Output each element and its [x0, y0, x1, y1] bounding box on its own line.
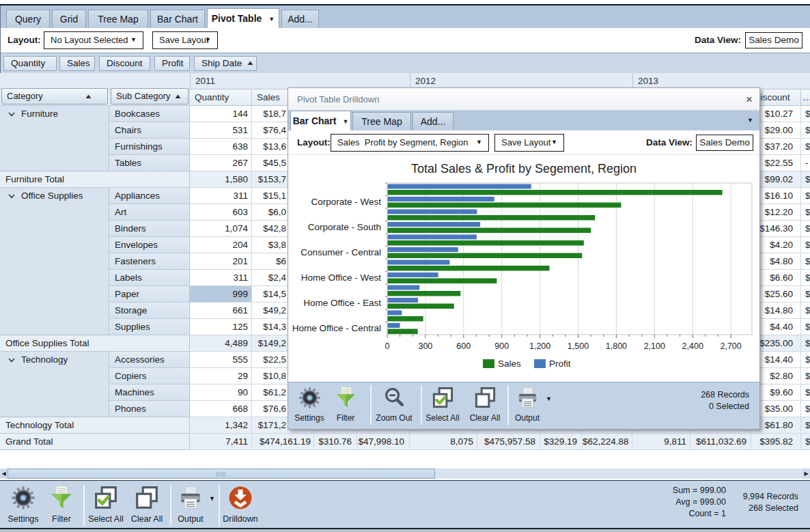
- bar-profit-7[interactable]: [388, 272, 438, 277]
- pivot-cell-bookcases-q1[interactable]: 144: [190, 106, 252, 122]
- sub-category-cell-tables[interactable]: Tables: [109, 155, 190, 171]
- pivot-cell-appliances-q1[interactable]: 311: [190, 188, 252, 204]
- pivot-cell-furnishings-p3[interactable]: $: [801, 139, 810, 155]
- bar-profit-6[interactable]: [388, 260, 450, 265]
- save-layout-select[interactable]: Save Layout▼: [152, 31, 218, 49]
- sub-category-cell-fasteners[interactable]: Fasteners: [109, 253, 190, 270]
- sub-category-cell-envelopes[interactable]: Envelopes: [109, 237, 190, 253]
- pivot-cell-labels-p3[interactable]: $: [801, 270, 810, 286]
- toolbar-button-drilldown[interactable]: Drilldown: [217, 486, 264, 524]
- pivot-cell-copiers-q1[interactable]: 29: [190, 368, 252, 384]
- pivot-cell-grand-total-p2[interactable]: $62,224.88: [583, 434, 632, 450]
- column-header-p3[interactable]: …: [801, 89, 810, 106]
- bar-sales-6[interactable]: [388, 266, 550, 271]
- category-cell-technology[interactable]: Technology: [0, 352, 109, 417]
- chevron-down-icon[interactable]: ▼: [209, 495, 215, 502]
- sub-category-cell-copiers[interactable]: Copiers: [109, 368, 190, 384]
- bar-sales-5[interactable]: [388, 253, 583, 259]
- sub-category-cell-appliances[interactable]: Appliances: [109, 188, 190, 204]
- pivot-cell-technology-total-p3[interactable]: $4: [801, 417, 810, 434]
- toolbar-button-filter[interactable]: Filter: [322, 387, 369, 423]
- pivot-cell-grand-total-s3[interactable]: $611,032.69: [690, 434, 751, 450]
- bar-profit-10[interactable]: [388, 311, 402, 316]
- toolbar-button-filter[interactable]: Filter: [38, 486, 85, 524]
- category-cell-office-supplies[interactable]: Office Supplies: [0, 188, 109, 335]
- pivot-cell-machines-q1[interactable]: 90: [190, 384, 252, 401]
- category-cell-furniture[interactable]: Furniture: [0, 106, 109, 171]
- pivot-cell-grand-total-q1[interactable]: 7,411: [190, 434, 252, 450]
- total-label-furniture-total[interactable]: Furniture Total: [0, 171, 190, 188]
- bar-sales-1[interactable]: [388, 203, 622, 208]
- bar-sales-11[interactable]: [388, 329, 418, 335]
- pivot-cell-technology-total-q1[interactable]: 1,342: [190, 417, 252, 434]
- bar-sales-2[interactable]: [388, 215, 596, 221]
- pivot-cell-envelopes-p3[interactable]: $: [801, 237, 810, 253]
- toolbar-button-clear-all[interactable]: Clear All: [462, 387, 508, 423]
- bar-sales-7[interactable]: [388, 279, 497, 284]
- pivot-cell-grand-total-d3[interactable]: $395.82: [751, 434, 801, 450]
- bar-sales-0[interactable]: [388, 190, 723, 195]
- pivot-cell-paper-p3[interactable]: $: [801, 286, 810, 303]
- sub-category-cell-binders[interactable]: Binders: [109, 221, 190, 237]
- pivot-cell-storage-p3[interactable]: $: [801, 303, 810, 319]
- pivot-cell-phones-q1[interactable]: 668: [190, 401, 252, 417]
- bar-profit-11[interactable]: [388, 323, 400, 328]
- pivot-cell-appliances-p3[interactable]: $: [801, 188, 810, 204]
- sub-category-cell-accessories[interactable]: Accessories: [109, 352, 190, 368]
- bar-profit-5[interactable]: [388, 247, 458, 252]
- pivot-cell-fasteners-q1[interactable]: 201: [190, 253, 252, 270]
- pivot-cell-binders-q1[interactable]: 1,074: [190, 221, 252, 237]
- toolbar-button-output[interactable]: Output: [167, 486, 214, 524]
- pivot-cell-furnishings-q1[interactable]: 638: [190, 139, 252, 155]
- toolbar-button-zoom-out[interactable]: Zoom Out: [371, 387, 417, 423]
- sub-category-header-button[interactable]: Sub Category: [111, 88, 188, 104]
- pivot-cell-furniture-total-q1[interactable]: 1,580: [190, 171, 252, 188]
- pivot-cell-accessories-p3[interactable]: $: [801, 352, 810, 368]
- dialog-tab-bar-chart[interactable]: Bar Chart▼: [290, 111, 351, 130]
- bar-chart[interactable]: Total Sales & Profit by Segement, Region…: [288, 155, 759, 382]
- pivot-cell-grand-total-p3[interactable]: $8: [801, 434, 810, 450]
- pivot-cell-chairs-q1[interactable]: 531: [190, 122, 252, 139]
- sub-category-cell-chairs[interactable]: Chairs: [109, 122, 190, 139]
- layout-select[interactable]: No Layout Selected▼: [44, 31, 143, 49]
- field-button-discount[interactable]: Discount: [99, 56, 150, 71]
- bar-sales-10[interactable]: [388, 316, 423, 322]
- pivot-cell-paper-q1[interactable]: 999: [190, 286, 252, 303]
- data-view-value[interactable]: Sales Demo: [745, 32, 802, 48]
- collapse-icon[interactable]: [8, 194, 15, 199]
- pivot-cell-furniture-total-p3[interactable]: $: [801, 171, 810, 188]
- total-label-grand-total[interactable]: Grand Total: [0, 434, 190, 450]
- pivot-cell-grand-total-s1[interactable]: $474,161.19: [252, 434, 314, 450]
- pivot-cell-storage-q1[interactable]: 661: [190, 303, 252, 319]
- chevron-down-icon[interactable]: ▼: [747, 111, 753, 130]
- dialog-layout-select[interactable]: Sales Profit by Segment, Region▼: [331, 134, 489, 152]
- total-label-technology-total[interactable]: Technology Total: [0, 417, 190, 434]
- pivot-cell-tables-q1[interactable]: 267: [190, 155, 252, 171]
- scroll-left-icon[interactable]: ◀: [0, 468, 8, 479]
- total-label-office-supplies-total[interactable]: Office Supplies Total: [0, 335, 190, 352]
- pivot-cell-office-supplies-total-q1[interactable]: 4,489: [190, 335, 252, 352]
- pivot-cell-grand-total-q3[interactable]: 9,811: [632, 434, 690, 450]
- column-header-q1[interactable]: Quantity: [190, 89, 252, 106]
- pivot-cell-supplies-p3[interactable]: $: [801, 319, 810, 335]
- field-button-profit[interactable]: Profit: [154, 56, 190, 71]
- bar-sales-9[interactable]: [388, 304, 454, 309]
- bar-profit-9[interactable]: [388, 298, 419, 303]
- pivot-cell-chairs-p3[interactable]: $: [801, 122, 810, 139]
- horizontal-scrollbar[interactable]: ◀ ▶: [0, 468, 810, 479]
- bar-sales-8[interactable]: [388, 291, 461, 296]
- pivot-cell-art-q1[interactable]: 603: [190, 204, 252, 221]
- tab-pivot-table[interactable]: Pivot Table▼: [207, 8, 279, 28]
- toolbar-button-select-all[interactable]: Select All: [83, 486, 129, 524]
- pivot-cell-labels-q1[interactable]: 311: [190, 270, 252, 286]
- sub-category-cell-machines[interactable]: Machines: [109, 384, 190, 401]
- scroll-right-icon[interactable]: ▶: [802, 468, 810, 479]
- sub-category-cell-paper[interactable]: Paper: [109, 286, 190, 303]
- bar-profit-0[interactable]: [388, 184, 531, 189]
- bar-sales-4[interactable]: [388, 240, 584, 246]
- dialog-tab-tree-map[interactable]: Tree Map: [352, 112, 411, 130]
- dialog-title-bar[interactable]: Pivot Table Drilldown ×: [288, 88, 759, 111]
- sub-category-cell-supplies[interactable]: Supplies: [109, 319, 190, 335]
- toolbar-button-output[interactable]: Output: [504, 387, 550, 423]
- bar-profit-8[interactable]: [388, 285, 420, 290]
